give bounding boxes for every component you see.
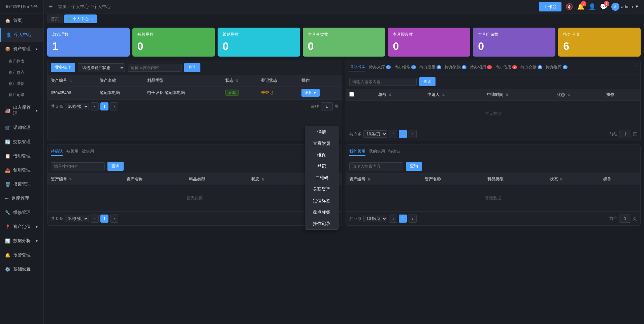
br-prev-btn[interactable]: ‹ (389, 215, 397, 223)
btab-borrowed[interactable]: 被借用 (82, 148, 94, 156)
bl-page-1[interactable]: 1 (100, 215, 108, 223)
left-search-input[interactable] (128, 64, 182, 72)
rtab-repair[interactable]: 待办维修0 (394, 63, 416, 71)
sidebar-sub-asset-records[interactable]: 资产记录 (0, 89, 43, 100)
btab-my-borrow[interactable]: 我的借用 (369, 148, 385, 156)
right-tabs: 待办出库 待办入库0 待办维修0 待力报废0 待办采购0 待办领用3 待办借用2… (346, 60, 640, 74)
left-page-size-select[interactable]: 10条/页 20条/页 (65, 103, 89, 110)
right-page-size-select[interactable]: 10条/页 20条/页 (363, 130, 387, 138)
btab-claimed[interactable]: 被领用 (66, 148, 78, 156)
tab-personal[interactable]: 个人中心 ✕ (64, 14, 97, 23)
rtab-scrap[interactable]: 待力报废0 (419, 63, 441, 71)
sidebar-item-purchase[interactable]: 🛒 采购管理 (0, 121, 43, 135)
sidebar-item-location[interactable]: 📍 资产定位 ▼ (0, 220, 43, 234)
br-col-status: 状态 ⇅ (546, 174, 600, 185)
bl-no-data-row: 暂无数据 (47, 185, 342, 212)
user-info[interactable]: A admin ▼ (611, 3, 639, 11)
bottom-left-header: 资产编号 ⇅ 资产名称 料品类型 状态 ⇅ 操作 (47, 174, 342, 185)
sidebar-item-personal[interactable]: 👤 个人中心 (0, 28, 43, 42)
right-query-button[interactable]: 查询 (419, 77, 436, 86)
sidebar-item-return[interactable]: ↩ 退库管理 (0, 191, 43, 205)
sidebar-item-handover[interactable]: 🔄 交接管理 (0, 135, 43, 149)
sidebar-item-scrap[interactable]: 🗑️ 报废管理 (0, 177, 43, 191)
workstation-button[interactable]: 工作台 (539, 2, 561, 11)
bottom-right-search-input[interactable] (349, 162, 403, 170)
bottom-right-query-btn[interactable]: 查询 (406, 162, 422, 171)
sidebar-item-inout[interactable]: 🏭 出入库管理 ▼ (0, 100, 43, 121)
right-total: 共 0 条 (349, 131, 362, 137)
br-page-1[interactable]: 1 (399, 215, 407, 223)
chevron-down-icon: ▼ (35, 239, 38, 243)
chevron-down-icon: ▲ (35, 47, 38, 51)
right-next-btn[interactable]: › (409, 130, 417, 138)
right-search-input[interactable] (349, 78, 417, 86)
user-circle-icon[interactable]: 👤 (588, 3, 596, 10)
menu-icon[interactable]: ☰ (49, 4, 53, 9)
sidebar-item-analytics[interactable]: 📊 数据分析 ▼ (0, 234, 43, 248)
right-prev-btn[interactable]: ‹ (389, 130, 397, 138)
sidebar-item-borrow[interactable]: 📋 借用管理 (0, 149, 43, 163)
rtab-return[interactable]: 待办退库0 (546, 63, 568, 71)
cell-reg-status: 未登记 (258, 87, 298, 99)
left-next-btn[interactable]: › (110, 102, 118, 110)
bottom-left-table: 资产编号 ⇅ 资产名称 料品类型 状态 ⇅ 操作 暂无数据 (47, 174, 342, 212)
bl-prev-btn[interactable]: ‹ (91, 215, 99, 223)
breadcrumb-sep2: / (91, 4, 92, 9)
bl-next-btn[interactable]: › (110, 215, 118, 223)
return-icon: ↩ (5, 196, 9, 201)
stat-maintenance-value: 0 (478, 40, 550, 53)
sidebar-item-label: 交接管理 (13, 139, 31, 145)
btab-br-pending[interactable]: 待确认 (388, 148, 400, 156)
stat-pending: 待办事项 6 (558, 28, 641, 57)
left-prev-btn[interactable]: ‹ (91, 102, 99, 110)
sidebar-item-claim[interactable]: 📤 领用管理 (0, 163, 43, 177)
rtab-inbound[interactable]: 待办入库0 (369, 63, 391, 71)
sidebar-item-assets[interactable]: 📦 资产管理 ▲ (0, 42, 43, 56)
br-page-size-select[interactable]: 10条/页 (363, 215, 387, 222)
breadcrumb-sep1: / (68, 4, 70, 9)
left-page-1[interactable]: 1 (100, 102, 108, 110)
br-next-btn[interactable]: › (409, 215, 417, 223)
message-icon[interactable]: 💬 1 (600, 3, 607, 10)
sidebar-sub-asset-inventory[interactable]: 资产盘点 (0, 67, 43, 78)
left-goto-input[interactable] (321, 102, 333, 110)
br-col-asset-name: 资产名称 (421, 174, 484, 185)
bottom-left-search-input[interactable] (51, 162, 105, 170)
stat-borrowed-title: 被借用数 (223, 32, 295, 37)
left-pagination: 共 1 条 10条/页 20条/页 ‹ 1 › 前往 页 (47, 99, 342, 113)
handover-icon: 🔄 (5, 139, 10, 144)
sidebar-sub-asset-maintenance[interactable]: 资产维保 (0, 78, 43, 89)
btab-pending-confirm[interactable]: 待确认 (51, 148, 63, 156)
br-goto-input[interactable] (619, 215, 631, 223)
rtab-outbound[interactable]: 待办出库 (349, 63, 365, 71)
sidebar-item-settings[interactable]: ⚙️ 基础设置 (0, 262, 43, 276)
status-select[interactable]: 请选择资产状态 (78, 63, 125, 72)
bottom-left-query-btn[interactable]: 查询 (107, 162, 124, 171)
sidebar-item-repair[interactable]: 🔧 维修管理 (0, 205, 43, 220)
main-area: ☰ 首页 / 个人中心 / 个人中心 工作台 🔇 🔔 8 👤 💬 1 A adm… (44, 0, 644, 324)
rtab-purchase[interactable]: 待办采购0 (445, 63, 466, 71)
rtab-claim[interactable]: 待办领用3 (470, 63, 492, 71)
tab-close-icon[interactable]: ✕ (90, 17, 93, 21)
btab-my-claim[interactable]: 我的领用 (349, 148, 365, 156)
rtab-handover[interactable]: 待办交接0 (520, 63, 542, 71)
sidebar-item-home[interactable]: 🏠 首页 (0, 13, 43, 28)
br-col-action: 操作 (600, 174, 640, 185)
left-query-button[interactable]: 查询 (184, 63, 200, 72)
select-all-checkbox[interactable] (349, 92, 354, 97)
right-goto-input[interactable] (619, 130, 631, 138)
sidebar-item-alarm[interactable]: 🔔 报警管理 (0, 248, 43, 262)
speaker-icon[interactable]: 🔇 (566, 3, 573, 10)
bell-badge: 8 (581, 1, 586, 6)
sidebar-sub-asset-list[interactable]: 资产列表 (0, 56, 43, 67)
tab-home[interactable]: 首页 (47, 14, 63, 23)
rtab-borrow[interactable]: 待办借用2 (495, 63, 517, 71)
right-page-1[interactable]: 1 (399, 130, 407, 138)
bl-page-size-select[interactable]: 10条/页 (65, 215, 89, 222)
left-toolbar: 业务操作 请选择资产状态 查询 (47, 60, 342, 75)
borrow-icon: 📋 (5, 154, 10, 159)
operation-button[interactable]: 业务操作 (51, 63, 75, 72)
more-button[interactable]: 详多 ▼ (301, 89, 320, 97)
bell-icon[interactable]: 🔔 8 (577, 3, 584, 10)
more-tabs-icon[interactable]: › (636, 63, 637, 71)
